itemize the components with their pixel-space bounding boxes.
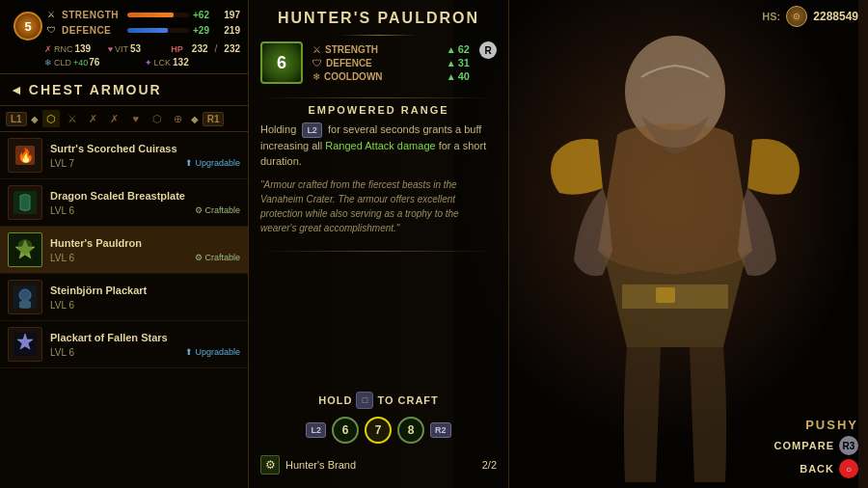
perk-desc-1: Holding [260,123,296,135]
list-item[interactable]: Dragon Scaled Breastplate LVL 6 ⚙ Crafta… [0,179,248,227]
vit-stat: ♥ VIT 53 [108,41,168,56]
defence-label: DEFENCE [62,25,123,36]
strength-up-arrow: ▲ [447,44,456,55]
strength-stat-label: STRENGTH [325,44,447,55]
lck-value: 132 [173,57,189,68]
craft-square-btn[interactable]: □ [356,392,373,409]
list-item[interactable]: Steinbjörn Plackart LVL 6 [0,274,248,321]
rnc-value: 139 [75,43,92,54]
compare-btn[interactable]: R3 [839,436,858,455]
strength-value: 197 [213,10,240,20]
craft-icon: ⚙ [195,205,203,215]
item-status: ⬆ Upgradable [185,158,240,168]
strength-bar [127,13,189,17]
stat-strength: ⚔ STRENGTH ▲ 62 [312,43,470,55]
r-badge[interactable]: R [479,41,497,59]
hp-display: HP 232 / 232 [171,43,240,54]
hp-value: 232 [192,43,208,54]
nav-icon-2[interactable]: ⚔ [64,110,81,127]
nav-icons-row: L1 ◆ ⬡ ⚔ ✗ ✗ ♥ ⬡ ⊕ ◆ R1 [0,106,248,132]
item-level-row: LVL 7 ⬆ Upgradable [50,158,240,169]
list-item[interactable]: 🔥 Surtr's Scorched Cuirass LVL 7 ⬆ Upgra… [0,132,248,179]
item-status: ⚙ Craftable [195,205,240,215]
list-item[interactable]: Plackart of Fallen Stars LVL 6 ⬆ Upgrada… [0,321,248,368]
item-icon [8,327,42,362]
nav-r1-btn[interactable]: R1 [203,112,225,126]
nav-l1-btn[interactable]: L1 [6,112,27,126]
cooldown-up-arrow: ▲ [447,71,456,82]
nav-icon-6[interactable]: ⬡ [149,110,166,127]
hs-label: HS: [762,11,780,22]
cooldown-stat-label: COOLDOWN [324,71,447,82]
hs-value: 2288549 [813,10,858,23]
hp-label: HP [171,44,183,54]
l2-button-inline[interactable]: L2 [302,122,322,138]
strength-stat-row: ⚔ STRENGTH +62 197 [44,8,240,21]
craft-to-label: TO CRAFT [377,394,438,406]
item-level-row: LVL 6 ⬆ Upgradable [50,347,240,358]
nav-icon-7[interactable]: ⊕ [170,110,187,127]
list-item-selected[interactable]: Hunter's Pauldron LVL 6 ⚙ Craftable [0,227,248,274]
compare-label: COMPARE [774,440,834,451]
material-count: 2/2 [482,459,497,471]
defence-icon: 🛡 [44,23,58,37]
item-details: Hunter's Pauldron LVL 6 ⚙ Craftable [50,236,240,262]
item-details: Plackart of Fallen Stars LVL 6 ⬆ Upgrada… [50,331,240,357]
upgrade-icon: ⬆ [185,158,193,168]
l2-btn[interactable]: L2 [306,422,326,438]
strength-stat-value: 62 [458,43,470,55]
nav-dot-right: ◆ [191,114,199,124]
back-btn[interactable]: ○ [839,459,858,478]
vit-value: 53 [130,43,141,54]
item-level: LVL 6 [50,347,74,358]
hp-max: 232 [224,43,240,54]
perk-title: EMPOWERED RANGE [260,104,497,116]
item-level-badge: 6 [260,41,303,84]
defence-stat-label: DEFENCE [326,58,447,68]
item-name: Hunter's Pauldron [50,236,240,250]
svg-text:🔥: 🔥 [17,148,35,164]
item-status: ⬆ Upgradable [185,347,240,357]
item-level: LVL 6 [50,205,74,216]
vit-icon: ♥ [108,44,113,54]
nav-icon-chest[interactable]: ⬡ [42,110,60,127]
left-panel: 5 ⚔ STRENGTH +62 197 🛡 [0,0,249,488]
cooldown-icon: ❄ [312,71,320,82]
nav-icon-3[interactable]: ✗ [85,110,102,127]
perk-description: Holding L2 for several seconds grants a … [260,122,497,170]
defence-icon: 🛡 [312,58,322,68]
section-arrow-left: ◄ [10,82,23,97]
material-name: Hunter's Brand [285,459,356,471]
nav-icon-4[interactable]: ✗ [106,110,123,127]
item-name: Dragon Scaled Breastplate [50,189,240,203]
material-icon: ⚙ [260,455,280,474]
defence-boost: +29 [193,25,209,36]
item-icon [8,280,42,314]
hs-icon: ⊙ [786,6,807,27]
strength-label: STRENGTH [62,10,123,20]
item-details: Dragon Scaled Breastplate LVL 6 ⚙ Crafta… [50,189,240,215]
section-name: CHEST ARMOUR [29,82,162,97]
defence-stat-row: 🛡 DEFENCE +29 219 [44,23,240,37]
craft-resources-row: L2 6 7 8 R2 [260,417,497,444]
strength-icon: ⚔ [312,44,321,55]
compare-action: COMPARE R3 [774,436,858,455]
strength-boost: +62 [193,10,209,20]
defence-stat-value: 31 [458,57,470,68]
item-level: LVL 6 [50,253,74,263]
resource-circle-2: 7 [365,417,392,444]
r2-btn[interactable]: R2 [430,422,451,438]
craft-hold-row: HOLD □ TO CRAFT [260,392,497,409]
stats-header: 5 ⚔ STRENGTH +62 197 🛡 [0,0,248,74]
cld-value: 76 [89,57,99,68]
rnc-icon: ✗ [44,44,52,54]
ui-container: 5 ⚔ STRENGTH +62 197 🛡 [0,0,868,488]
item-list: 🔥 Surtr's Scorched Cuirass LVL 7 ⬆ Upgra… [0,132,248,488]
item-name: Surtr's Scorched Cuirass [50,142,240,155]
item-name: Steinbjörn Plackart [50,284,240,297]
defence-bar-fill [127,28,168,33]
nav-icon-5[interactable]: ♥ [127,110,145,127]
item-icon [8,232,42,267]
item-details: Steinbjörn Plackart LVL 6 [50,284,240,310]
divider-2 [260,251,497,252]
